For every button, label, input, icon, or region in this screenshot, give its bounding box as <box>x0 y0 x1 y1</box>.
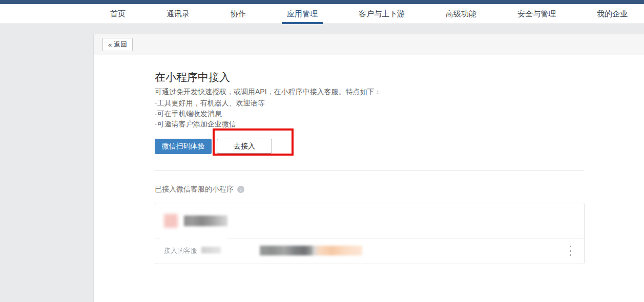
tab-advanced[interactable]: 高级功能 <box>441 4 482 24</box>
back-button[interactable]: « 返回 <box>102 38 133 51</box>
tab-label: 协作 <box>231 9 246 19</box>
browser-top-strip <box>0 0 644 4</box>
bullet-item: ·可在手机端收发消息 <box>155 109 265 119</box>
bullet-item: ·可邀请客户添加企业微信 <box>155 119 265 130</box>
tab-my-company[interactable]: 我的企业 <box>592 4 633 24</box>
content-panel: « 返回 在小程序中接入 可通过免开发快速授权，或调用API，在小程序中接入客服… <box>93 34 644 302</box>
wechat-scan-button[interactable]: 微信扫码体验 <box>155 139 212 154</box>
tab-label: 高级功能 <box>446 9 476 19</box>
miniprogram-summary-row <box>155 203 584 239</box>
info-icon[interactable]: i <box>237 186 244 193</box>
redacted-app-icon <box>164 214 178 228</box>
tab-home[interactable]: 首页 <box>105 4 131 24</box>
bullet-item: ·工具更好用，有机器人、欢迎语等 <box>155 98 265 109</box>
tab-collaboration[interactable]: 协作 <box>225 4 251 24</box>
feature-bullets: ·工具更好用，有机器人、欢迎语等 ·可在手机端收发消息 ·可邀请客户添加企业微信 <box>155 98 265 130</box>
redacted-account-value <box>260 246 362 255</box>
top-navbar: 首页 通讯录 协作 应用管理 客户与上下游 高级功能 安全与管理 我的企业 <box>0 4 644 24</box>
kebab-menu-icon[interactable] <box>567 246 574 256</box>
tab-app-management[interactable]: 应用管理 <box>282 4 323 24</box>
redacted-label-tail <box>201 247 221 253</box>
miniprogram-card: 接入的客服 <box>155 203 585 264</box>
tab-label: 我的企业 <box>597 9 628 19</box>
section-title-text: 已接入微信客服的小程序 <box>155 185 234 194</box>
panel-header-strip: « 返回 <box>94 34 644 55</box>
connected-account-row: 接入的客服 <box>155 238 584 264</box>
tab-contacts[interactable]: 通讯录 <box>161 4 195 24</box>
tab-label: 应用管理 <box>287 9 318 19</box>
tab-security[interactable]: 安全与管理 <box>512 4 561 24</box>
page-title: 在小程序中接入 <box>155 70 230 84</box>
connected-miniprogram-section-title: 已接入微信客服的小程序 i <box>155 185 244 194</box>
tab-label: 通讯录 <box>167 9 190 19</box>
tab-label: 客户与上下游 <box>359 9 405 19</box>
navbar-items: 首页 通讯录 协作 应用管理 客户与上下游 高级功能 安全与管理 我的企业 <box>105 4 633 24</box>
tab-customers[interactable]: 客户与上下游 <box>354 4 410 24</box>
intro-text: 可通过免开发快速授权，或调用API，在小程序中接入客服。特点如下： <box>155 88 382 97</box>
redacted-app-name <box>184 215 227 226</box>
blur-smear <box>160 238 227 245</box>
back-button-label: 返回 <box>114 40 127 49</box>
tab-label: 首页 <box>110 9 126 19</box>
tab-label: 安全与管理 <box>517 9 556 19</box>
connected-account-label: 接入的客服 <box>164 246 197 255</box>
back-chevrons-icon: « <box>108 41 112 49</box>
go-connect-button[interactable]: 去接入 <box>217 139 272 154</box>
section-divider <box>155 170 584 171</box>
